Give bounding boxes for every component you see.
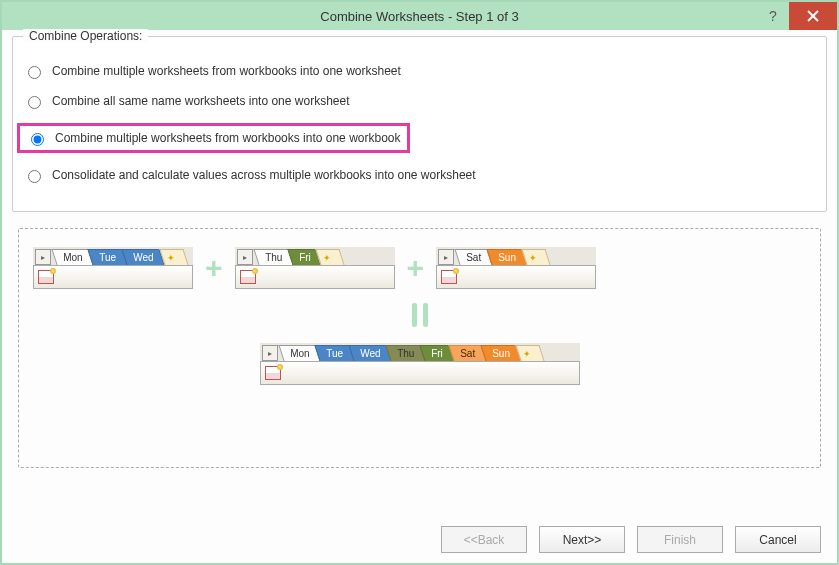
equals-icon xyxy=(412,303,428,327)
radio-label: Consolidate and calculate values across … xyxy=(52,168,476,182)
close-button[interactable] xyxy=(789,2,837,30)
calendar-icon xyxy=(441,270,457,284)
diagram-result-row: ▸ Mon Tue Wed Thu Fri Sat Sun xyxy=(33,343,806,385)
new-sheet-icon xyxy=(159,249,188,265)
help-button[interactable]: ? xyxy=(757,2,789,30)
radio-label: Combine multiple worksheets from workboo… xyxy=(55,131,401,145)
tab-nav-icon: ▸ xyxy=(35,249,51,265)
calendar-icon xyxy=(38,270,54,284)
combine-worksheets-dialog: Combine Worksheets - Step 1 of 3 ? Combi… xyxy=(0,0,839,565)
tab-nav-icon: ▸ xyxy=(237,249,253,265)
new-sheet-icon xyxy=(515,345,544,361)
sheet-tab: Wed xyxy=(122,249,166,265)
diagram-area: ▸ Mon Tue Wed + ▸ Thu Fri xyxy=(18,228,821,468)
workbook-result: ▸ Mon Tue Wed Thu Fri Sat Sun xyxy=(260,343,580,385)
workbook-2: ▸ Thu Fri xyxy=(235,247,395,289)
radio-option-2[interactable] xyxy=(31,133,44,146)
dialog-body: Combine Operations: Combine multiple wor… xyxy=(2,30,837,478)
new-sheet-icon xyxy=(316,249,345,265)
radio-option-3[interactable] xyxy=(28,170,41,183)
cancel-button[interactable]: Cancel xyxy=(735,526,821,553)
option-combine-same-name[interactable]: Combine all same name worksheets into on… xyxy=(23,93,816,109)
plus-icon: + xyxy=(205,251,223,285)
combine-operations-group: Combine Operations: Combine multiple wor… xyxy=(12,36,827,212)
option-combine-into-one-workbook[interactable]: Combine multiple worksheets from workboo… xyxy=(17,123,410,153)
diagram-source-row: ▸ Mon Tue Wed + ▸ Thu Fri xyxy=(33,247,806,289)
radio-option-0[interactable] xyxy=(28,66,41,79)
titlebar-controls: ? xyxy=(757,2,837,30)
new-sheet-icon xyxy=(521,249,550,265)
next-button[interactable]: Next>> xyxy=(539,526,625,553)
radio-option-1[interactable] xyxy=(28,96,41,109)
group-legend: Combine Operations: xyxy=(23,29,148,43)
workbook-3: ▸ Sat Sun xyxy=(436,247,596,289)
calendar-icon xyxy=(240,270,256,284)
dialog-footer: <<Back Next>> Finish Cancel xyxy=(441,526,821,553)
option-consolidate-values[interactable]: Consolidate and calculate values across … xyxy=(23,167,816,183)
tab-nav-icon: ▸ xyxy=(438,249,454,265)
option-combine-into-one-worksheet[interactable]: Combine multiple worksheets from workboo… xyxy=(23,63,816,79)
radio-label: Combine multiple worksheets from workboo… xyxy=(52,64,401,78)
radio-label: Combine all same name worksheets into on… xyxy=(52,94,349,108)
back-button: <<Back xyxy=(441,526,527,553)
equals-row xyxy=(33,303,806,327)
close-icon xyxy=(807,10,819,22)
titlebar: Combine Worksheets - Step 1 of 3 ? xyxy=(2,2,837,30)
dialog-title: Combine Worksheets - Step 1 of 3 xyxy=(320,9,518,24)
workbook-1: ▸ Mon Tue Wed xyxy=(33,247,193,289)
sheet-tab: Mon xyxy=(278,345,321,361)
calendar-icon xyxy=(265,366,281,380)
plus-icon: + xyxy=(407,251,425,285)
tab-nav-icon: ▸ xyxy=(262,345,278,361)
finish-button: Finish xyxy=(637,526,723,553)
